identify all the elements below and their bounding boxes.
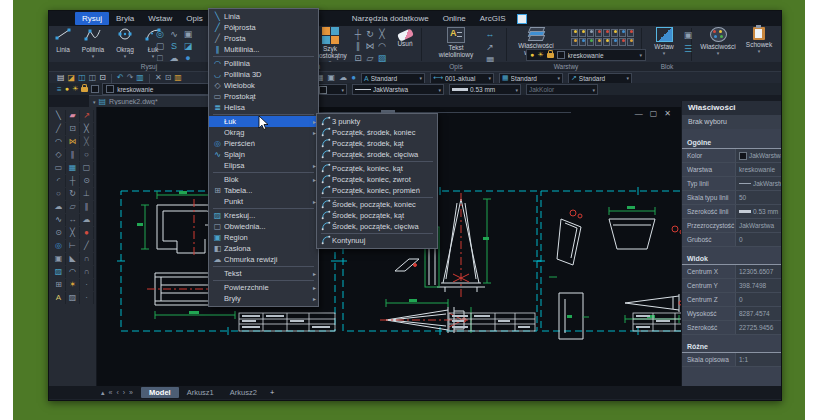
linia-button[interactable]: Linia: [51, 27, 75, 58]
open-file-icon[interactable]: ◪: [68, 73, 76, 83]
property-value[interactable]: 8287.4574: [735, 307, 781, 320]
region-icon[interactable]: S: [167, 40, 181, 52]
cloud-mark-icon[interactable]: ☁: [80, 214, 94, 226]
plot-icon[interactable]: ▥: [136, 73, 144, 83]
property-value[interactable]: 398.7498: [735, 279, 781, 292]
property-value[interactable]: 22725.9456: [735, 321, 781, 334]
menu-item-elipsa[interactable]: Elipsa▸: [209, 160, 318, 171]
layer-tool-icon[interactable]: [619, 38, 626, 46]
dot2-icon[interactable]: ·: [80, 292, 94, 304]
menu-item-powierzchnie[interactable]: Powierzchnie▸: [209, 282, 318, 293]
layer-tool-icon[interactable]: [627, 38, 634, 46]
spline-icon[interactable]: ∿: [52, 214, 66, 226]
close-icon[interactable]: ✕: [664, 109, 671, 119]
menu-item-blok[interactable]: Blok▸: [209, 174, 318, 185]
revision-cloud-icon[interactable]: ☁: [52, 201, 66, 213]
submenu-item-kontynuuj[interactable]: Kontynuuj: [317, 235, 437, 246]
create-block-icon[interactable]: ▣: [681, 29, 695, 41]
line-icon[interactable]: ╲: [52, 110, 66, 122]
sketch-icon[interactable]: ╱: [80, 240, 94, 252]
copy-icon[interactable]: ⊡: [165, 73, 172, 83]
submenu-item-środek-początek-koniec[interactable]: Środek, początek, koniec: [317, 199, 437, 210]
property-value[interactable]: 0: [735, 293, 781, 306]
block-attributes-icon[interactable]: ☰: [681, 43, 695, 55]
property-value[interactable]: 0: [735, 233, 781, 246]
table-style-combo[interactable]: ▦Standard▾: [499, 73, 563, 84]
property-value[interactable]: 50: [735, 191, 781, 204]
submenu-item-początek-koniec-kąt[interactable]: Początek, koniec, kąt: [317, 163, 437, 174]
menu-item-punkt[interactable]: Punkt▸: [209, 196, 318, 207]
menu-item-bryły[interactable]: Bryły▸: [209, 293, 318, 304]
layer-tool-icon[interactable]: [611, 29, 618, 37]
leader-icon[interactable]: ↗: [483, 41, 497, 53]
property-row-centrum-z[interactable]: Centrum Z0: [682, 293, 781, 307]
layer-manager-icon[interactable]: ≡: [57, 85, 62, 94]
erase-button[interactable]: Usuń: [391, 27, 419, 47]
extend-icon[interactable]: ⊢: [66, 240, 80, 252]
checkbox[interactable]: [106, 85, 114, 93]
center-snap-icon[interactable]: ⊙: [80, 175, 94, 187]
polygon-icon[interactable]: ◇: [52, 149, 66, 161]
donut-icon[interactable]: ◎: [153, 28, 167, 40]
stretch-icon[interactable]: ↔: [66, 214, 80, 226]
cut-icon[interactable]: ✕: [155, 73, 162, 83]
mtext-button[interactable]: A Tekst wieloliniowy: [433, 27, 479, 58]
property-row-wysokość[interactable]: Wysokość8287.4574: [682, 307, 781, 321]
insert-block-icon[interactable]: ▣: [52, 253, 66, 265]
mtext-icon[interactable]: A: [52, 292, 66, 304]
save-icon[interactable]: ◫: [78, 73, 86, 83]
clipboard-button[interactable]: Schowek ▾: [743, 27, 775, 53]
dot-icon[interactable]: ·: [80, 279, 94, 291]
fillet-icon[interactable]: ◠: [66, 266, 80, 278]
scale-icon[interactable]: ▱: [66, 201, 80, 213]
layer-tool-icon[interactable]: [587, 38, 594, 46]
menu-item-region[interactable]: ▣Region: [209, 232, 318, 243]
insert-block-button[interactable]: Wstaw ▾: [649, 27, 679, 55]
layer-tool-icon[interactable]: [595, 29, 602, 37]
menu-item-zasłona[interactable]: ◧Zasłona: [209, 243, 318, 254]
chevron-down-icon[interactable]: ▾: [93, 99, 96, 105]
copy-icon[interactable]: ⊡: [66, 123, 80, 135]
property-row-typ-linii[interactable]: Typ liniiJakWarstwa: [682, 177, 781, 191]
mirror-icon[interactable]: ⋈: [66, 136, 80, 148]
property-row-przezroczystość[interactable]: PrzezroczystośćJakWarstwa: [682, 219, 781, 233]
minimize-icon[interactable]: —: [635, 109, 643, 119]
property-value[interactable]: kreskowanie: [735, 163, 781, 176]
layout-tab-arkusz1[interactable]: Arkusz1: [179, 387, 222, 398]
layer-tool-icon[interactable]: [627, 29, 634, 37]
ribbon-tab-narzędzia-dodatkowe[interactable]: Narzędzia dodatkowe: [345, 12, 436, 25]
layer-tool-icon[interactable]: [603, 29, 610, 37]
property-row-kolor[interactable]: KolorJakWarstwa: [682, 149, 781, 163]
layout-tab-arkusz2[interactable]: Arkusz2: [222, 387, 265, 398]
offset-icon[interactable]: ∥: [66, 149, 80, 161]
parallel-icon[interactable]: ∥: [80, 201, 94, 213]
property-value[interactable]: 0.53 mm: [735, 205, 781, 218]
fillet-icon[interactable]: ◠: [375, 40, 389, 52]
layer-tool-icon[interactable]: [579, 29, 586, 37]
undo-icon[interactable]: ↶: [117, 73, 124, 83]
property-row-centrum-y[interactable]: Centrum Y398.7498: [682, 279, 781, 293]
property-row-szerokość[interactable]: Szerokość22725.9456: [682, 321, 781, 335]
trim-icon[interactable]: ╳: [375, 28, 389, 40]
property-value[interactable]: JakWarstwa: [735, 219, 781, 232]
paste-icon[interactable]: ▥: [174, 73, 182, 83]
property-value[interactable]: 12305.6507: [735, 265, 781, 278]
trim-icon[interactable]: ╳: [66, 227, 80, 239]
lineweight-combo[interactable]: 0.53 mm▾: [449, 84, 521, 95]
dimension-icon[interactable]: ↔: [483, 28, 497, 40]
join-icon[interactable]: ▨: [66, 292, 80, 304]
linetype-combo[interactable]: JakWarstwa▾: [352, 84, 444, 95]
submenu-item-początek-środek-koniec[interactable]: Początek, środek, koniec: [317, 127, 437, 138]
properties-palette-button[interactable]: Właściwości ▾: [699, 27, 737, 55]
layout-nav-icon[interactable]: ▴: [101, 389, 105, 397]
menu-item-tekst[interactable]: Tekst▸: [209, 268, 318, 279]
layer-on-icon[interactable]: ●: [530, 51, 534, 59]
perpendicular-icon[interactable]: ⊥: [80, 188, 94, 200]
ribbon-tab-wstaw[interactable]: Wstaw: [141, 12, 179, 25]
save-as-icon[interactable]: ◫: [89, 73, 97, 83]
menu-item-multilinia[interactable]: ∥Multilinia...: [209, 44, 318, 55]
rectangle-snap-icon[interactable]: ▢: [80, 162, 94, 174]
layer-lock-icon[interactable]: [547, 53, 554, 58]
selection-dropdown[interactable]: Brak wyboru: [682, 115, 781, 129]
image-attach-icon[interactable]: ▣: [328, 73, 336, 83]
